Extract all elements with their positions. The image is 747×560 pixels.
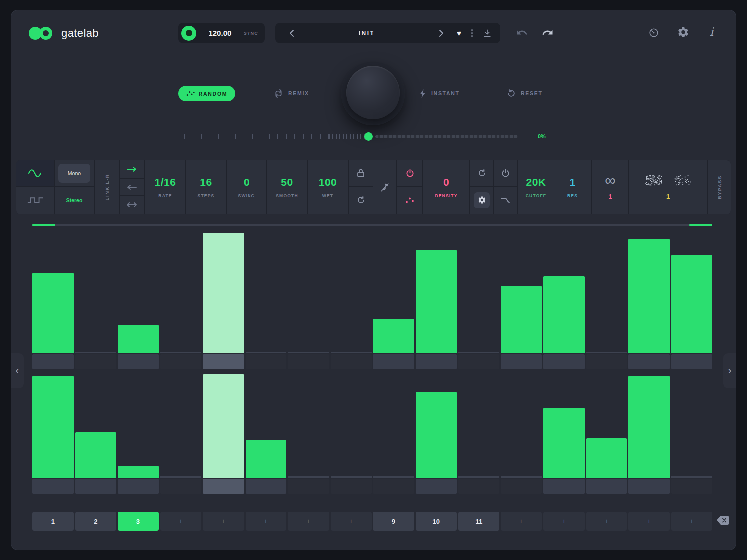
- shape-cell[interactable]: ∞ 1: [592, 160, 628, 214]
- seq-slot-r1-13[interactable]: [543, 354, 585, 369]
- seq-slot-r1-16[interactable]: [671, 354, 713, 369]
- seq-step-r2-4[interactable]: [160, 374, 202, 478]
- mute-note-toggle[interactable]: [374, 160, 396, 214]
- filter-slope-button[interactable]: [494, 187, 517, 213]
- pattern-button-1[interactable]: 1: [32, 512, 74, 531]
- seq-step-r2-10[interactable]: [416, 374, 457, 478]
- seq-slot-r2-12[interactable]: [501, 479, 542, 494]
- pattern-button-add-4[interactable]: +: [160, 512, 202, 531]
- redo-button[interactable]: [541, 28, 553, 38]
- bpm-value[interactable]: 120.00: [202, 29, 238, 37]
- seq-step-r1-7[interactable]: [288, 233, 329, 353]
- seq-slot-r2-9[interactable]: [373, 479, 414, 494]
- res-control[interactable]: 1 RES: [554, 176, 591, 198]
- density-random-button[interactable]: [397, 187, 422, 213]
- seq-step-r2-13[interactable]: [543, 374, 585, 478]
- link-lr-toggle[interactable]: LINK L-R: [95, 160, 119, 214]
- seq-step-r2-16[interactable]: [671, 374, 713, 478]
- sine-wave-button[interactable]: [16, 160, 54, 187]
- seq-slot-r2-10[interactable]: [416, 479, 457, 494]
- cutoff-control[interactable]: 20K CUTOFF: [518, 176, 554, 198]
- swing-control[interactable]: 0 SWING: [227, 160, 266, 214]
- seq-step-r1-14[interactable]: [586, 233, 627, 353]
- seq-step-r1-8[interactable]: [331, 233, 372, 353]
- seq-step-r2-6[interactable]: [246, 374, 287, 478]
- info-button[interactable]: i: [710, 25, 713, 38]
- seq-step-r1-11[interactable]: [458, 233, 499, 353]
- pattern-button-add-14[interactable]: +: [586, 512, 627, 531]
- seq-step-r1-12[interactable]: [501, 233, 542, 353]
- pattern-button-3[interactable]: 3: [118, 512, 159, 531]
- seq-step-r1-13[interactable]: [543, 233, 585, 353]
- seq-step-r2-9[interactable]: [373, 374, 414, 478]
- seq-slot-r1-2[interactable]: [75, 354, 117, 369]
- macro-slider-track[interactable]: [375, 135, 518, 138]
- seq-step-r2-8[interactable]: [331, 374, 372, 478]
- loop-range-track[interactable]: [32, 224, 712, 226]
- seq-slot-r1-6[interactable]: [246, 354, 287, 369]
- wet-control[interactable]: 100 WET: [308, 160, 348, 214]
- pattern-button-add-12[interactable]: +: [501, 512, 542, 531]
- seq-slot-r2-13[interactable]: [543, 479, 585, 494]
- instant-button[interactable]: INSTANT: [419, 88, 460, 99]
- macro-slider-handle[interactable]: [364, 132, 373, 141]
- macro-knob[interactable]: [346, 66, 400, 119]
- preset-next-button[interactable]: [434, 23, 449, 43]
- loop-end-handle[interactable]: [689, 224, 712, 226]
- seq-step-r1-15[interactable]: [628, 233, 670, 353]
- random-button[interactable]: RANDOM: [178, 86, 235, 101]
- preset-name[interactable]: INIT: [299, 30, 434, 37]
- pattern-button-add-15[interactable]: +: [628, 512, 670, 531]
- midi-dial-button[interactable]: [648, 27, 659, 38]
- settings-button[interactable]: [677, 26, 689, 38]
- seq-step-r2-15[interactable]: [628, 374, 670, 478]
- page-prev-button[interactable]: ‹: [11, 353, 24, 388]
- filter-refresh-button[interactable]: [470, 160, 493, 187]
- seq-slot-r2-6[interactable]: [246, 479, 287, 494]
- seq-slot-r2-8[interactable]: [331, 479, 372, 494]
- seq-step-r2-3[interactable]: [118, 374, 159, 478]
- direction-backward-button[interactable]: [120, 178, 144, 195]
- undo-button[interactable]: [516, 28, 528, 38]
- seq-slot-r1-5[interactable]: [203, 354, 244, 369]
- seq-slot-r2-14[interactable]: [586, 479, 627, 494]
- texture-cell[interactable]: 1: [629, 160, 707, 214]
- seq-slot-r2-1[interactable]: [32, 479, 74, 494]
- remix-button[interactable]: REMIX: [274, 88, 309, 99]
- stereo-button[interactable]: Stereo: [66, 197, 83, 203]
- seq-slot-r1-8[interactable]: [331, 354, 372, 369]
- lock-button[interactable]: [349, 160, 373, 187]
- filter-power-button[interactable]: [494, 160, 517, 187]
- seq-step-r1-4[interactable]: [160, 233, 202, 353]
- pattern-button-add-13[interactable]: +: [543, 512, 585, 531]
- seq-step-r1-1[interactable]: [32, 233, 74, 353]
- stop-button[interactable]: [181, 26, 196, 41]
- square-wave-button[interactable]: [16, 187, 54, 213]
- seq-step-r2-14[interactable]: [586, 374, 627, 478]
- seq-slot-r1-3[interactable]: [118, 354, 159, 369]
- seq-slot-r1-1[interactable]: [32, 354, 74, 369]
- seq-slot-r2-2[interactable]: [75, 479, 117, 494]
- seq-step-r1-6[interactable]: [246, 233, 287, 353]
- pattern-button-add-5[interactable]: +: [203, 512, 244, 531]
- seq-slot-r1-10[interactable]: [416, 354, 457, 369]
- bypass-toggle[interactable]: BYPASS: [708, 160, 731, 214]
- seq-slot-r1-9[interactable]: [373, 354, 414, 369]
- favorite-button[interactable]: ♥: [457, 29, 461, 37]
- seq-slot-r2-7[interactable]: [288, 479, 329, 494]
- sync-toggle[interactable]: SYNC: [244, 31, 258, 36]
- seq-step-r1-2[interactable]: [75, 233, 117, 353]
- rate-control[interactable]: 1/16 RATE: [145, 160, 185, 214]
- seq-step-r1-3[interactable]: [118, 233, 159, 353]
- seq-slot-r2-4[interactable]: [160, 479, 202, 494]
- seq-step-r1-10[interactable]: [416, 233, 457, 353]
- seq-step-r2-11[interactable]: [458, 374, 499, 478]
- seq-step-r1-16[interactable]: [671, 233, 713, 353]
- pattern-button-10[interactable]: 10: [416, 512, 457, 531]
- direction-pingpong-button[interactable]: [120, 195, 144, 213]
- seq-step-r2-5[interactable]: [203, 374, 244, 478]
- density-power-button[interactable]: [397, 160, 422, 187]
- steps-control[interactable]: 16 STEPS: [186, 160, 226, 214]
- seq-step-r2-12[interactable]: [501, 374, 542, 478]
- pattern-button-add-8[interactable]: +: [331, 512, 372, 531]
